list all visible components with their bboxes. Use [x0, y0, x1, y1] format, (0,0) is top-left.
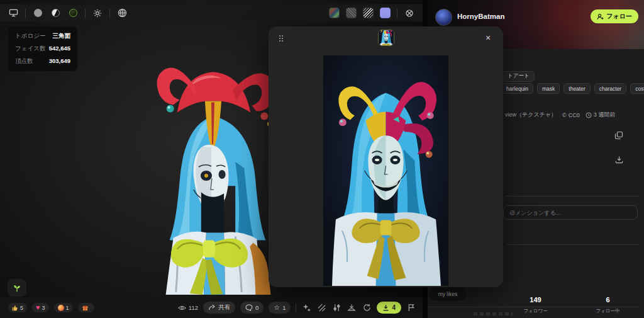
downloads-button[interactable]: 4: [377, 302, 401, 314]
texture-map-normal[interactable]: [380, 8, 391, 19]
follow-button[interactable]: フォロー: [591, 9, 638, 23]
tag-harlequin[interactable]: harlequin: [501, 83, 533, 94]
heart-icon: ♥: [36, 304, 40, 311]
lighting-button[interactable]: [92, 8, 103, 19]
reaction-count: 5: [20, 305, 23, 311]
model-title-fragment: view（テクスチャ）: [505, 111, 557, 119]
texture-map-noise[interactable]: [363, 8, 374, 19]
toolbar-divider: [109, 9, 110, 18]
author-name[interactable]: HornyBatman: [457, 13, 504, 20]
meta-row: view（テクスチャ） © CC0 3 週間前: [505, 111, 615, 119]
material-hatch-button[interactable]: [316, 303, 326, 313]
gift-icon: [82, 304, 89, 311]
texture-image[interactable]: [323, 55, 448, 286]
jester-3d-model[interactable]: [138, 42, 288, 295]
textured-sphere-icon: [69, 9, 77, 17]
license-item[interactable]: © CC0: [562, 112, 580, 118]
tag-mask[interactable]: mask: [537, 83, 560, 94]
texture-map-basecolor[interactable]: [329, 8, 340, 19]
category-chip[interactable]: トアート: [502, 71, 535, 82]
bottombar-divider: [296, 304, 296, 312]
texture-viewer-modal[interactable]: ×: [269, 26, 503, 287]
comments-button[interactable]: 0: [240, 302, 264, 314]
comments-count: 0: [255, 304, 258, 311]
copy-link-button[interactable]: [614, 130, 624, 140]
view-count: 112: [178, 304, 198, 311]
textured-mode-button[interactable]: [67, 8, 79, 19]
tag-theater[interactable]: theater: [564, 83, 590, 94]
following-stat[interactable]: 6 フォロー中: [596, 296, 620, 315]
share-arrow-icon: [208, 304, 216, 311]
comment-bubble-icon: [245, 304, 253, 311]
reaction-thumbs-up[interactable]: 5: [8, 303, 27, 312]
app-root: トポロジー 三角面 フェイス数 542,645 頂点数 303,649: [0, 0, 644, 318]
tag-label: character: [599, 86, 621, 92]
texture-settings-button[interactable]: [404, 8, 415, 19]
settings-icon: [405, 9, 414, 18]
noise-map-thumbnail: [363, 8, 374, 18]
flag-icon: [408, 304, 415, 312]
published-label: 3 週間前: [594, 111, 616, 119]
my-likes-button[interactable]: my likes: [430, 287, 466, 301]
shaded-sphere-icon: [52, 9, 60, 17]
published-item: 3 週間前: [586, 111, 616, 119]
sparkle-effects-button[interactable]: [301, 303, 311, 313]
environment-button[interactable]: [116, 8, 128, 19]
reaction-dizzy[interactable]: 1: [54, 303, 73, 312]
follow-badge-icon: [597, 13, 604, 20]
followers-stat[interactable]: 149 フォロワー: [523, 296, 547, 315]
share-label: 共有: [218, 304, 230, 312]
author-stats: 149 フォロワー 6 フォロー中: [499, 296, 644, 315]
sun-icon: [93, 9, 102, 18]
clock-icon: [586, 112, 592, 118]
followers-count: 149: [523, 296, 547, 304]
download-icon: [382, 304, 389, 311]
close-icon: ×: [486, 33, 491, 43]
share-button[interactable]: 共有: [203, 302, 235, 314]
followers-label: フォロワー: [523, 308, 547, 314]
sidebar-divider: [506, 244, 639, 245]
download-model-button[interactable]: [614, 154, 624, 164]
reaction-heart[interactable]: ♥ 3: [32, 303, 49, 312]
topology-row: トポロジー 三角面: [15, 32, 70, 40]
eye-icon: [178, 305, 186, 311]
texture-map-roughness[interactable]: [346, 8, 357, 19]
follow-label: フォロー: [606, 12, 632, 21]
faces-row: フェイス数 542,645: [15, 45, 70, 53]
texture-thumbnail-image: [379, 30, 394, 45]
tag-costume[interactable]: costume: [630, 83, 644, 94]
modal-close-button[interactable]: ×: [482, 31, 494, 44]
download-tray-icon: [615, 156, 623, 164]
reaction-count: 3: [42, 305, 45, 311]
avatar[interactable]: [435, 9, 452, 26]
license-label: CC0: [569, 112, 580, 118]
jester-texture-art: [323, 55, 448, 286]
star-button[interactable]: ☆ 1: [269, 302, 291, 314]
category-label: トアート: [508, 72, 530, 80]
place-on-surface-button[interactable]: [347, 303, 357, 313]
sliders-icon: [333, 304, 341, 312]
tag-character[interactable]: character: [594, 83, 626, 94]
drag-handle-icon[interactable]: [279, 35, 284, 42]
topology-panel: トポロジー 三角面 フェイス数 542,645 頂点数 303,649: [8, 26, 77, 71]
fullscreen-button[interactable]: [8, 8, 19, 19]
report-button[interactable]: [406, 303, 416, 313]
sprout-button[interactable]: [8, 279, 26, 297]
tag-label: theater: [569, 86, 585, 92]
sparkle-icon: [303, 304, 311, 312]
thumbs-up-icon: [12, 305, 18, 311]
adjust-sliders-button[interactable]: [331, 303, 341, 313]
texture-thumbnail[interactable]: [378, 30, 394, 46]
remix-button[interactable]: [362, 303, 372, 313]
following-count: 6: [596, 296, 620, 304]
roughness-map-thumbnail: [346, 8, 357, 18]
my-likes-label: my likes: [438, 291, 458, 297]
matcap-mode-button[interactable]: [32, 8, 43, 19]
reaction-gift[interactable]: [78, 303, 94, 312]
topology-value: 三角面: [53, 32, 71, 40]
star-count: 1: [282, 304, 286, 311]
matcap-sphere-icon: [34, 9, 42, 17]
comment-input[interactable]: [503, 205, 638, 220]
vertices-row: 頂点数 303,649: [15, 57, 70, 65]
shaded-mode-button[interactable]: [50, 8, 61, 19]
